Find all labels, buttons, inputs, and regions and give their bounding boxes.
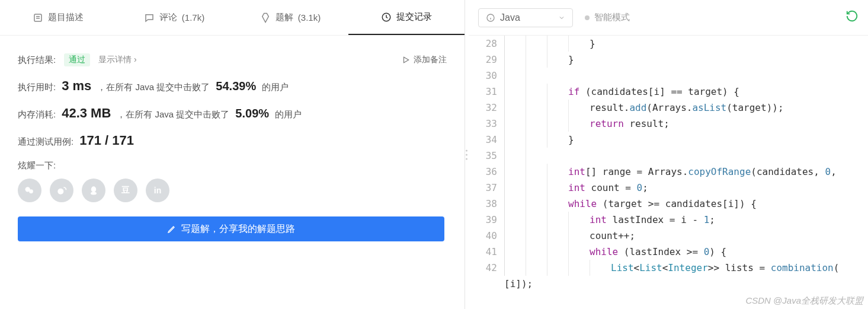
line-gutter: 282930313233343536373839404142 [469, 36, 504, 309]
memory-value: 42.3 MB [62, 106, 111, 121]
tab-description[interactable]: 题目描述 [0, 0, 116, 35]
memory-label: 内存消耗: [18, 109, 56, 120]
tab-bar: 题目描述 评论 (1.7k) 题解 (3.1k) 提交记录 [0, 0, 465, 36]
line-number: 36 [469, 164, 497, 180]
tab-submissions[interactable]: 提交记录 [348, 0, 465, 35]
code-line[interactable]: count++; [504, 228, 868, 244]
code-line[interactable]: if (candidates[i] == target) { [504, 84, 868, 100]
line-number: 41 [469, 244, 497, 260]
history-icon [381, 12, 392, 23]
mode-dot-icon [585, 15, 590, 20]
tab-label: 题目描述 [48, 12, 84, 23]
douban-icon[interactable]: 豆 [114, 179, 137, 202]
share-label: 炫耀一下: [18, 160, 447, 171]
code-line[interactable] [504, 68, 868, 84]
info-icon [486, 13, 495, 23]
share-icons: 豆 in [18, 179, 447, 202]
result-panel: 执行结果: 通过 显示详情 › 添加备注 执行用时: 3 ms ，在所有 Jav… [0, 36, 465, 253]
runtime-suffix: 的用户 [262, 82, 289, 93]
code-editor[interactable]: 282930313233343536373839404142 }}if (can… [469, 36, 868, 309]
code-line[interactable]: } [504, 52, 868, 68]
language-label: Java [500, 12, 520, 23]
code-line[interactable]: while (lastIndex >= 0) { [504, 244, 868, 260]
svg-point-8 [91, 186, 96, 192]
mode-indicator[interactable]: 智能模式 [585, 12, 630, 23]
mode-label: 智能模式 [594, 12, 630, 23]
svg-point-9 [91, 192, 97, 195]
runtime-value: 3 ms [62, 78, 91, 94]
line-number: 32 [469, 100, 497, 116]
add-note-button[interactable]: 添加备注 [402, 55, 447, 65]
memory-text: ，在所有 Java 提交中击败了 [117, 109, 229, 120]
svg-point-7 [57, 189, 63, 195]
line-number: 28 [469, 36, 497, 52]
code-line[interactable]: int count = 0; [504, 180, 868, 196]
line-number: 38 [469, 196, 497, 212]
runtime-label: 执行用时: [18, 82, 56, 93]
memory-pct: 5.09% [235, 107, 269, 120]
code-line[interactable]: return result; [504, 116, 868, 132]
runtime-row: 执行用时: 3 ms ，在所有 Java 提交中击败了 54.39% 的用户 [18, 78, 447, 94]
tab-solutions[interactable]: 题解 (3.1k) [232, 0, 348, 35]
line-number: 42 [469, 260, 497, 276]
weibo-icon[interactable] [50, 179, 73, 202]
editor-toolbar: Java 智能模式 [469, 0, 868, 36]
description-icon [33, 12, 43, 23]
runtime-pct: 54.39% [216, 79, 256, 93]
line-number: 37 [469, 180, 497, 196]
result-label: 执行结果: [18, 55, 56, 66]
line-number: 35 [469, 148, 497, 164]
testcases-row: 通过测试用例: 171 / 171 [18, 133, 447, 148]
solution-icon [260, 12, 271, 23]
write-button-label: 写题解，分享我的解题思路 [181, 223, 295, 235]
line-number: 34 [469, 132, 497, 148]
qq-icon[interactable] [82, 179, 105, 202]
tab-comments[interactable]: 评论 (1.7k) [116, 0, 232, 35]
wechat-icon[interactable] [18, 179, 41, 202]
tab-label: 评论 [159, 12, 177, 23]
pencil-icon [167, 224, 177, 234]
tab-count: (3.1k) [298, 12, 321, 23]
add-note-label: 添加备注 [414, 55, 447, 65]
write-solution-button[interactable]: 写题解，分享我的解题思路 [18, 216, 444, 241]
testcases-value: 171 / 171 [79, 133, 134, 148]
line-number: 31 [469, 84, 497, 100]
code-line[interactable]: } [504, 132, 868, 148]
detail-link[interactable]: 显示详情 › [98, 55, 137, 65]
code-line[interactable]: while (target >= candidates[i]) { [504, 196, 868, 212]
tab-count: (1.7k) [182, 12, 204, 23]
language-select[interactable]: Java [478, 8, 573, 27]
code-line[interactable]: [i]); [504, 276, 868, 292]
status-badge: 通过 [64, 53, 90, 66]
code-line[interactable] [504, 148, 868, 164]
line-number [469, 276, 497, 292]
svg-marker-4 [404, 57, 409, 62]
svg-point-6 [29, 189, 33, 193]
flag-icon [402, 56, 410, 64]
line-number: 33 [469, 116, 497, 132]
testcases-label: 通过测试用例: [18, 136, 73, 148]
memory-row: 内存消耗: 42.3 MB ，在所有 Java 提交中击败了 5.09% 的用户 [18, 106, 447, 121]
linkedin-icon[interactable]: in [146, 179, 169, 202]
reset-icon[interactable] [845, 9, 859, 26]
line-number: 39 [469, 212, 497, 228]
code-line[interactable]: result.add(Arrays.asList(target)); [504, 100, 868, 116]
comment-icon [144, 12, 155, 23]
chevron-down-icon [558, 14, 565, 21]
code-line[interactable]: List<List<Integer>> lists = combination( [504, 260, 868, 276]
code-line[interactable]: } [504, 36, 868, 52]
line-number: 30 [469, 68, 497, 84]
code-line[interactable]: int lastIndex = i - 1; [504, 212, 868, 228]
memory-suffix: 的用户 [275, 109, 302, 120]
line-number: 40 [469, 228, 497, 244]
code-lines[interactable]: }}if (candidates[i] == target) {result.a… [504, 36, 868, 309]
tab-label: 题解 [276, 12, 293, 23]
tab-label: 提交记录 [396, 11, 432, 23]
runtime-text: ，在所有 Java 提交中击败了 [97, 82, 210, 93]
code-line[interactable]: int[] range = Arrays.copyOfRange(candida… [504, 164, 868, 180]
line-number: 29 [469, 52, 497, 68]
